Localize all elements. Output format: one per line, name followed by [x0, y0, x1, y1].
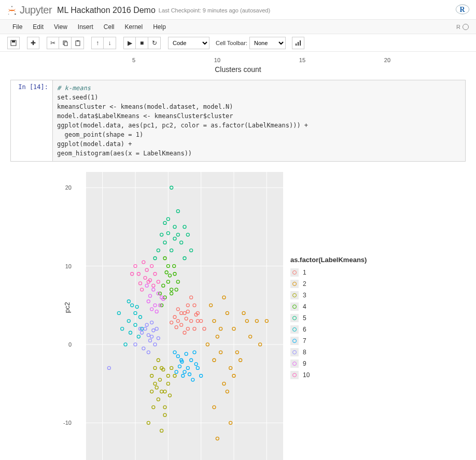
svg-point-54: [249, 335, 252, 338]
svg-point-26: [190, 320, 193, 323]
svg-rect-13: [300, 40, 301, 46]
svg-point-172: [153, 304, 157, 307]
legend-item: 7: [290, 335, 367, 347]
svg-point-147: [188, 372, 191, 376]
svg-point-191: [152, 284, 155, 287]
svg-point-36: [176, 308, 179, 311]
notebook-header: Jupyter ML Hackathon 2016 Demo Last Chec…: [0, 0, 476, 20]
y-tick: 20: [65, 184, 72, 191]
svg-point-146: [193, 351, 196, 354]
svg-point-68: [216, 437, 219, 440]
menu-file[interactable]: File: [7, 21, 27, 33]
svg-point-112: [173, 225, 176, 228]
legend: as.factor(LabelKmeans) 12345678910: [290, 256, 367, 381]
svg-point-171: [107, 366, 110, 369]
svg-rect-9: [76, 41, 80, 46]
svg-point-51: [245, 320, 248, 323]
svg-point-124: [183, 225, 186, 228]
svg-point-157: [144, 327, 147, 330]
svg-point-28: [193, 327, 196, 330]
jupyter-logo[interactable]: Jupyter: [6, 4, 52, 16]
menu-help[interactable]: Help: [148, 21, 171, 33]
svg-point-107: [165, 271, 168, 274]
restart-button[interactable]: ↻: [148, 37, 161, 49]
svg-point-156: [150, 335, 153, 338]
y-tick: -10: [63, 420, 72, 426]
svg-point-95: [170, 288, 173, 291]
svg-point-190: [145, 268, 148, 271]
chart-button[interactable]: [292, 37, 304, 49]
move-down-button[interactable]: ↓: [104, 37, 116, 49]
svg-point-78: [170, 366, 173, 369]
svg-point-102: [162, 284, 165, 287]
svg-point-76: [150, 375, 153, 378]
svg-point-163: [142, 347, 145, 350]
svg-point-40: [196, 320, 199, 323]
legend-item: 2: [290, 278, 367, 290]
run-button[interactable]: ▶: [123, 37, 136, 49]
legend-label: 2: [303, 280, 306, 288]
svg-point-166: [157, 337, 160, 340]
svg-point-159: [147, 351, 150, 354]
svg-point-50: [239, 358, 242, 362]
svg-point-139: [173, 351, 176, 354]
svg-point-27: [186, 304, 189, 307]
svg-point-188: [157, 280, 160, 283]
move-up-button[interactable]: ↑: [91, 37, 104, 49]
legend-label: 7: [303, 337, 306, 344]
menu-edit[interactable]: Edit: [27, 21, 49, 33]
code-editor[interactable]: # k-meansset.seed(1)kmeansCluster <- kme…: [52, 80, 465, 161]
legend-label: 5: [303, 314, 306, 322]
stop-button[interactable]: ■: [136, 37, 148, 49]
svg-point-150: [185, 352, 188, 355]
svg-point-34: [183, 331, 186, 334]
svg-point-114: [180, 241, 183, 244]
kernel-name: R: [456, 24, 460, 30]
svg-text:R: R: [459, 6, 465, 13]
y-tick: 10: [65, 263, 72, 269]
cut-button[interactable]: ✂: [47, 37, 59, 49]
copy-button[interactable]: [59, 37, 72, 49]
menu-cell[interactable]: Cell: [99, 21, 120, 33]
menu-view[interactable]: View: [49, 21, 73, 33]
y-axis-label: pc2: [63, 302, 71, 313]
svg-rect-10: [77, 40, 79, 41]
scatter-plot: pc2 pc1 -1001020 -20-100102030 as.factor…: [52, 168, 404, 460]
kernel-indicator: R: [456, 24, 469, 30]
svg-point-77: [163, 406, 166, 409]
kernel-status-icon: [463, 24, 469, 30]
svg-point-151: [175, 370, 178, 373]
svg-point-97: [173, 272, 176, 276]
save-button[interactable]: [7, 37, 20, 49]
svg-point-129: [137, 335, 140, 338]
cell-type-select[interactable]: Code: [168, 37, 209, 49]
svg-point-181: [145, 284, 148, 287]
code-cell[interactable]: In [14]: # k-meansset.seed(1)kmeansClust…: [10, 80, 466, 162]
svg-point-179: [149, 294, 152, 297]
paste-button[interactable]: [72, 37, 84, 49]
svg-point-141: [186, 366, 189, 369]
svg-point-138: [135, 305, 138, 308]
prev-tick: 10: [214, 57, 220, 63]
prev-tick: 5: [132, 57, 135, 63]
svg-point-177: [152, 288, 155, 291]
menu-kernel[interactable]: Kernel: [120, 21, 148, 33]
svg-point-86: [159, 378, 162, 381]
svg-point-38: [190, 296, 193, 299]
svg-point-58: [242, 311, 245, 314]
svg-point-176: [147, 300, 150, 303]
svg-point-41: [186, 310, 189, 313]
svg-point-63: [213, 358, 216, 362]
svg-point-83: [163, 413, 166, 416]
cell-toolbar-select[interactable]: None: [249, 37, 286, 49]
svg-point-133: [117, 311, 120, 314]
add-cell-button[interactable]: ✚: [27, 37, 39, 49]
legend-item: 8: [290, 347, 367, 358]
notebook-name[interactable]: ML Hackathon 2016 Demo: [57, 6, 156, 15]
notebook-area: 5 10 15 20 Clusters count In [14]: # k-m…: [0, 52, 476, 460]
legend-item: 10: [290, 369, 367, 381]
legend-label: 4: [303, 303, 306, 310]
svg-point-144: [190, 358, 193, 362]
menu-insert[interactable]: Insert: [73, 21, 99, 33]
svg-point-92: [160, 429, 163, 432]
